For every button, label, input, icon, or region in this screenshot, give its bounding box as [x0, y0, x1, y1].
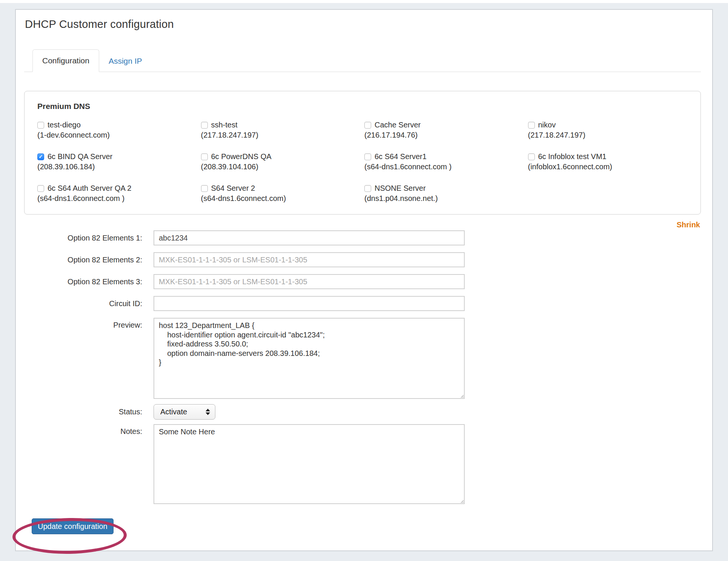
select-stepper-icon [206, 409, 210, 415]
dns-server-name: ssh-test [211, 121, 238, 129]
dns-server-host: (208.39.106.184) [37, 162, 197, 171]
dns-server-option: ssh-test(217.18.247.197) [201, 121, 361, 139]
dns-server-name: Cache Server [375, 121, 421, 129]
preview-label: Preview: [24, 318, 154, 330]
dns-server-checkbox-row[interactable]: Cache Server [364, 121, 524, 129]
checkbox-unchecked-icon[interactable] [37, 185, 44, 192]
form-row-circuit-id: Circuit ID: [24, 296, 701, 311]
shrink-row: Shrink [24, 221, 700, 229]
dns-server-host: (208.39.104.106) [201, 162, 361, 171]
dns-server-option: 6c S64 Server1(s64-dns1.6connect.com ) [364, 152, 524, 171]
circuit-id-input[interactable] [154, 296, 465, 311]
dns-server-checkbox-row[interactable]: ssh-test [201, 121, 361, 129]
dns-server-option: S64 Server 2(s64-dns1.6connect.com) [201, 184, 361, 203]
dns-server-option: 6c PowerDNS QA(208.39.104.106) [201, 152, 361, 171]
premium-dns-section: Premium DNS test-diego(1-dev.6connect.co… [24, 91, 701, 215]
premium-dns-grid: test-diego(1-dev.6connect.com)ssh-test(2… [37, 121, 688, 203]
preview-textarea[interactable]: host 123_Department_LAB { host-identifie… [154, 318, 465, 399]
dns-server-name: 6c PowerDNS QA [211, 152, 272, 161]
tab-assign-ip[interactable]: Assign IP [99, 50, 152, 72]
option82-1-input[interactable] [154, 230, 465, 245]
dns-server-name: 6c BIND QA Server [48, 152, 112, 161]
dns-server-option: 6c Infoblox test VM1(infoblox1.6connect.… [528, 152, 688, 171]
dns-server-checkbox-row[interactable]: 6c S64 Auth Server QA 2 [37, 184, 197, 193]
tab-bar: Configuration Assign IP [24, 49, 701, 72]
option82-2-input[interactable] [154, 252, 465, 267]
dns-server-checkbox-row[interactable]: 6c S64 Server1 [364, 152, 524, 161]
checkbox-unchecked-icon[interactable] [37, 122, 44, 129]
dns-server-checkbox-row[interactable]: nikov [528, 121, 688, 129]
option82-1-label: Option 82 Elements 1: [24, 234, 154, 242]
checkbox-unchecked-icon[interactable] [201, 185, 208, 192]
status-label: Status: [24, 408, 154, 416]
checkbox-unchecked-icon[interactable] [201, 122, 208, 129]
checkbox-unchecked-icon[interactable] [528, 122, 535, 129]
dns-server-option: ✓6c BIND QA Server(208.39.106.184) [37, 152, 197, 171]
dns-server-checkbox-row[interactable]: test-diego [37, 121, 197, 129]
option82-3-input[interactable] [154, 274, 465, 289]
form-row-status: Status: Activate [24, 404, 701, 420]
form-row-option82-2: Option 82 Elements 2: [24, 252, 701, 267]
update-configuration-button[interactable]: Update configuration [32, 518, 114, 534]
dns-server-option: Cache Server(216.17.194.76) [364, 121, 524, 139]
dns-server-name: nikov [538, 121, 556, 129]
circuit-id-label: Circuit ID: [24, 299, 154, 308]
dns-server-host: (infoblox1.6connect.com) [528, 162, 688, 171]
dns-server-name: 6c Infoblox test VM1 [538, 152, 607, 161]
dns-server-name: S64 Server 2 [211, 184, 255, 193]
form-row-notes: Notes: Some Note Here [24, 424, 701, 504]
status-select[interactable]: Activate [154, 404, 215, 420]
notes-label: Notes: [24, 424, 154, 436]
dns-server-option: NSONE Server(dns1.p04.nsone.net.) [364, 184, 524, 203]
form-row-preview: Preview: host 123_Department_LAB { host-… [24, 318, 701, 398]
dns-server-option: nikov(217.18.247.197) [528, 121, 688, 139]
dns-server-option: test-diego(1-dev.6connect.com) [37, 121, 197, 139]
dns-server-host: (217.18.247.197) [201, 131, 361, 139]
checkbox-unchecked-icon[interactable] [364, 153, 371, 160]
option82-2-label: Option 82 Elements 2: [24, 256, 154, 264]
dns-server-host: (s64-dns1.6connect.com) [201, 194, 361, 203]
premium-dns-heading: Premium DNS [37, 102, 688, 111]
dns-server-host: (1-dev.6connect.com) [37, 131, 197, 139]
checkbox-unchecked-icon[interactable] [364, 185, 371, 192]
form-row-option82-3: Option 82 Elements 3: [24, 274, 701, 289]
shrink-link[interactable]: Shrink [677, 221, 700, 229]
checkbox-checked-icon[interactable]: ✓ [37, 153, 44, 160]
top-strip [0, 0, 728, 3]
page-title: DHCP Customer configuration [25, 18, 712, 31]
dns-server-host: (dns1.p04.nsone.net.) [364, 194, 524, 203]
dhcp-config-panel: DHCP Customer configuration Configuratio… [15, 9, 713, 551]
tab-configuration[interactable]: Configuration [32, 49, 99, 72]
dns-server-name: test-diego [48, 121, 81, 129]
checkbox-unchecked-icon[interactable] [201, 153, 208, 160]
checkbox-unchecked-icon[interactable] [528, 153, 535, 160]
dns-server-name: 6c S64 Auth Server QA 2 [48, 184, 131, 193]
status-select-value: Activate [160, 408, 187, 416]
dns-server-checkbox-row[interactable]: NSONE Server [364, 184, 524, 193]
form-row-option82-1: Option 82 Elements 1: [24, 230, 701, 245]
dns-server-checkbox-row[interactable]: ✓6c BIND QA Server [37, 152, 197, 161]
dns-server-checkbox-row[interactable]: 6c Infoblox test VM1 [528, 152, 688, 161]
dns-server-option: 6c S64 Auth Server QA 2(s64-dns1.6connec… [37, 184, 197, 203]
notes-textarea[interactable]: Some Note Here [154, 424, 465, 504]
dns-server-host: (217.18.247.197) [528, 131, 688, 139]
dns-server-checkbox-row[interactable]: S64 Server 2 [201, 184, 361, 193]
checkbox-unchecked-icon[interactable] [364, 122, 371, 129]
dns-server-name: 6c S64 Server1 [375, 152, 427, 161]
dns-server-name: NSONE Server [375, 184, 426, 193]
dns-server-host: (216.17.194.76) [364, 131, 524, 139]
dns-server-host: (s64-dns1.6connect.com ) [37, 194, 197, 203]
dns-server-host: (s64-dns1.6connect.com ) [364, 162, 524, 171]
dns-server-checkbox-row[interactable]: 6c PowerDNS QA [201, 152, 361, 161]
option82-3-label: Option 82 Elements 3: [24, 277, 154, 286]
configuration-form: Option 82 Elements 1: Option 82 Elements… [24, 230, 701, 504]
